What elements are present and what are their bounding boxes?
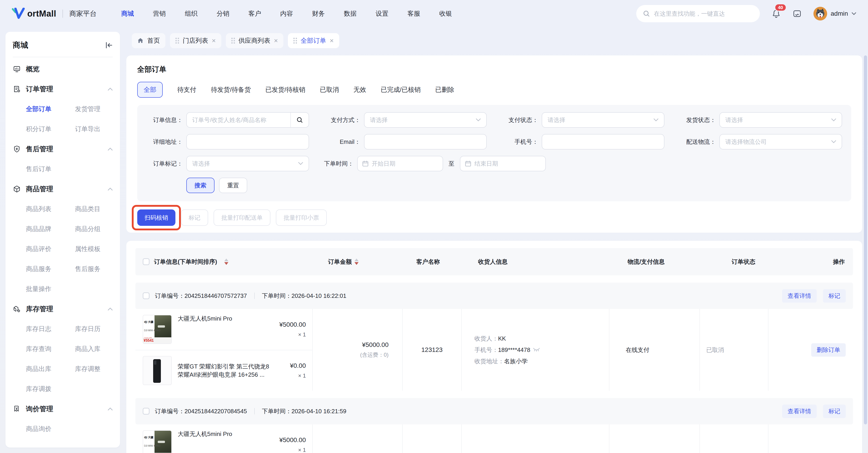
- menu-item-customer[interactable]: 客户: [248, 9, 261, 18]
- status-tab-deleted[interactable]: 已删除: [435, 86, 454, 94]
- sidebar-item-order-export[interactable]: 订单导出: [75, 119, 113, 139]
- menu-item-marketing[interactable]: 营销: [153, 9, 166, 18]
- sidebar-group-order-management[interactable]: 订单管理: [13, 79, 113, 99]
- menu-item-content[interactable]: 内容: [280, 9, 293, 18]
- sidebar-item-product-service[interactable]: 商品服务: [26, 259, 75, 279]
- order-amount-note: (含运费：0): [360, 351, 389, 358]
- drag-handle-icon: [293, 38, 297, 44]
- eye-closed-icon[interactable]: [533, 348, 540, 352]
- sidebar-item-inventory-transfer[interactable]: 库存调拨: [26, 379, 75, 399]
- menu-item-distribution[interactable]: 分销: [217, 9, 229, 18]
- sidebar-item-all-orders[interactable]: 全部订单: [26, 99, 75, 119]
- tab-supplier-list[interactable]: 供应商列表 ×: [226, 33, 284, 48]
- order-info-input[interactable]: [187, 117, 290, 124]
- global-search[interactable]: [636, 5, 760, 22]
- sidebar-item-product-review[interactable]: 商品评价: [26, 239, 75, 259]
- sidebar-item-inventory-adjust[interactable]: 库存调整: [75, 359, 113, 379]
- user-menu[interactable]: admin: [813, 7, 856, 21]
- address-input[interactable]: [187, 138, 309, 145]
- mark-link[interactable]: 标记: [823, 405, 846, 418]
- sidebar-item-inventory-query[interactable]: 库存查询: [26, 339, 75, 359]
- email-input[interactable]: [365, 138, 486, 145]
- sidebar-item-aftersale-service[interactable]: 售后服务: [75, 259, 113, 279]
- close-tab-icon[interactable]: ×: [212, 37, 216, 44]
- view-detail-link[interactable]: 查看详情: [782, 405, 817, 418]
- phone-input[interactable]: [542, 138, 664, 145]
- close-tab-icon[interactable]: ×: [274, 37, 278, 44]
- sidebar-group-inquiry-management[interactable]: 询价管理: [13, 399, 113, 419]
- sidebar-item-inventory-calendar[interactable]: 库存日历: [75, 319, 113, 339]
- sidebar-item-product-inbound[interactable]: 商品入库: [75, 339, 113, 359]
- search-icon: [643, 10, 650, 17]
- page-scrollbar[interactable]: [864, 56, 867, 424]
- view-detail-link[interactable]: 查看详情: [782, 289, 817, 302]
- reset-button[interactable]: 重置: [219, 177, 247, 193]
- tab-home[interactable]: 首页: [132, 33, 165, 48]
- pay-status-select[interactable]: 请选择: [542, 112, 664, 128]
- tab-store-list[interactable]: 门店列表 ×: [170, 33, 221, 48]
- mark-link[interactable]: 标记: [823, 289, 846, 302]
- chevron-down-icon: [831, 140, 836, 143]
- sidebar-item-product-group[interactable]: 商品分组: [75, 219, 113, 239]
- menu-item-cashier[interactable]: 收银: [439, 9, 452, 18]
- sidebar-item-shipping-management[interactable]: 发货管理: [75, 99, 113, 119]
- mark-button[interactable]: 标记: [181, 209, 208, 226]
- close-tab-icon[interactable]: ×: [330, 37, 334, 44]
- sidebar-item-points-orders[interactable]: 积分订单: [26, 119, 75, 139]
- sidebar-item-product-brand[interactable]: 商品品牌: [26, 219, 75, 239]
- menu-item-settings[interactable]: 设置: [376, 9, 388, 18]
- sidebar-item-batch-operation[interactable]: 批量操作: [26, 279, 75, 299]
- end-date-picker[interactable]: 结束日期: [460, 156, 546, 171]
- menu-item-mall[interactable]: 商城: [121, 9, 134, 18]
- sort-order-time[interactable]: [224, 259, 228, 265]
- collapse-sidebar-icon[interactable]: [105, 42, 113, 48]
- tab-label: 供应商列表: [239, 36, 270, 45]
- sidebar-group-product-management[interactable]: 商品管理: [13, 179, 113, 199]
- status-tab-all[interactable]: 全部: [137, 82, 163, 98]
- sidebar-group-aftersale-management[interactable]: 售后管理: [13, 139, 113, 159]
- tab-all-orders[interactable]: 全部订单 ×: [288, 33, 339, 48]
- select-all-checkbox[interactable]: [143, 258, 150, 265]
- status-tab-completed[interactable]: 已完成/已核销: [381, 86, 421, 94]
- global-search-input[interactable]: [654, 10, 753, 17]
- order-time-label: 下单时间：: [262, 292, 291, 300]
- sidebar-item-aftersale-orders[interactable]: 售后订单: [26, 159, 75, 179]
- divider: [254, 293, 255, 299]
- menu-item-data[interactable]: 数据: [344, 9, 356, 18]
- sidebar-item-product-inquiry[interactable]: 商品询价: [26, 419, 75, 439]
- order-no-label: 订单编号：: [155, 407, 185, 415]
- sort-amount[interactable]: [354, 259, 359, 265]
- sidebar-item-product-category[interactable]: 商品类目: [75, 199, 113, 219]
- sidebar-item-overview[interactable]: 概览: [13, 59, 113, 79]
- menu-item-service[interactable]: 客服: [407, 9, 420, 18]
- status-tab-to-ship[interactable]: 待发货/待备货: [211, 86, 251, 94]
- search-button[interactable]: 搜索: [186, 177, 215, 193]
- sidebar-group-inventory-management[interactable]: 库存管理: [13, 299, 113, 319]
- order-info-search-button[interactable]: [290, 113, 309, 127]
- status-tab-shipped[interactable]: 已发货/待核销: [266, 86, 305, 94]
- logo[interactable]: ortMall 商家平台: [12, 8, 97, 20]
- status-tab-unpaid[interactable]: 待支付: [177, 86, 196, 94]
- pay-method-select[interactable]: 请选择: [364, 112, 487, 128]
- sidebar-item-attribute-template[interactable]: 属性模板: [75, 239, 113, 259]
- status-tab-invalid[interactable]: 无效: [353, 86, 366, 94]
- sidebar-item-product-outbound[interactable]: 商品出库: [26, 359, 75, 379]
- start-date-picker[interactable]: 开始日期: [357, 156, 443, 171]
- order-checkbox[interactable]: [143, 292, 150, 299]
- delete-order-link[interactable]: 删除订单: [811, 343, 846, 357]
- logistics-select[interactable]: 请选择物流公司: [719, 134, 842, 150]
- menu-item-organization[interactable]: 组织: [185, 9, 197, 18]
- sidebar-item-product-list[interactable]: 商品列表: [26, 199, 75, 219]
- drag-handle-icon: [231, 38, 235, 44]
- batch-print-receipt-button[interactable]: 批量打印小票: [276, 209, 327, 226]
- notification-button[interactable]: 40: [772, 9, 781, 19]
- menu-item-finance[interactable]: 财务: [312, 9, 325, 18]
- batch-print-delivery-button[interactable]: 批量打印配送单: [214, 209, 270, 226]
- order-mark-select[interactable]: 请选择: [186, 156, 309, 171]
- thumb-text: dji 大疆: [144, 320, 153, 324]
- workbench-icon[interactable]: [793, 9, 802, 18]
- status-tab-cancelled[interactable]: 已取消: [320, 86, 339, 94]
- sidebar-item-inventory-log[interactable]: 库存日志: [26, 319, 75, 339]
- ship-status-select[interactable]: 请选择: [719, 112, 842, 128]
- order-checkbox[interactable]: [143, 408, 150, 415]
